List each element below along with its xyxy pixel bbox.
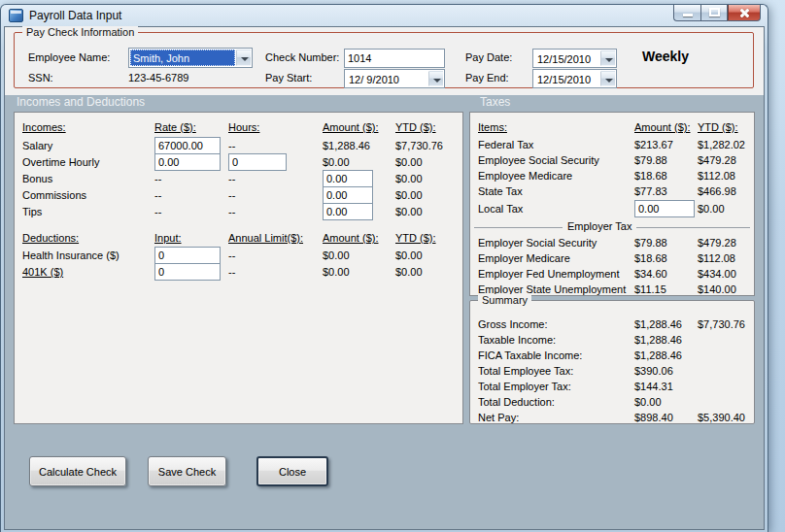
pay-start-picker[interactable]: 12/ 9/2010 [344,69,445,88]
hours-header: Hours: [228,121,259,133]
local-tax-row: Local Tax $0.00 [470,203,754,216]
deductions-header: Deductions: [22,232,79,244]
deductions-ytd-header: YTD ($): [395,232,436,244]
gross-income-amount: $1,288.46 [634,318,682,330]
commissions-row: Commissions -- -- $0.00 [15,189,462,203]
ssn-label: SSN: [28,72,53,83]
local-tax-input[interactable] [634,200,695,217]
employer-medicare-amount: $18.68 [634,252,667,264]
salary-hours: -- [228,140,235,151]
total-employee-tax-row: Total Employee Tax: $390.06 [470,365,754,379]
employer-state-unemployment-ytd: $140.00 [698,283,736,295]
bonus-amount-input[interactable] [323,170,373,187]
amount-header: Amount ($): [323,121,378,133]
tips-amount-input[interactable] [323,203,373,220]
calculate-check-button[interactable]: Calculate Check [29,456,126,486]
fica-taxable-income-label: FICA Taxable Income: [478,349,582,361]
summary-group: Summary Gross Income: $1,288.46 $7,730.7… [469,300,755,424]
employer-ss-label: Employer Social Security [478,237,597,249]
incomes-header-row: Incomes: Rate ($): Hours: Amount ($): YT… [15,121,462,135]
ssn-value: 123-45-6789 [128,72,188,83]
pay-end-picker[interactable]: 12/15/2010 [532,69,617,88]
taxes-header-row: Items: Amount ($): YTD ($): [470,121,754,135]
federal-tax-ytd: $1,282.02 [698,139,745,150]
401k-amount: $0.00 [323,266,350,278]
section-title-taxes: Taxes [480,95,510,109]
taxes-ytd-header: YTD ($): [698,121,738,133]
chevron-down-icon [600,50,615,66]
taxable-income-amount: $1,288.46 [634,334,682,346]
total-employer-tax-label: Total Employer Tax: [478,381,571,392]
commissions-rate: -- [154,189,161,201]
employer-fed-unemployment-label: Employer Fed Unemployment [478,268,620,280]
titlebar[interactable]: Payroll Data Input [1,5,768,26]
input-header: Input: [154,232,182,244]
employee-ss-row: Employee Social Security $79.88 $479.28 [470,154,754,168]
minimize-button[interactable] [673,5,700,21]
overtime-hours-input[interactable] [228,153,287,171]
401k-input[interactable] [154,263,221,281]
window-controls [673,5,761,21]
pay-date-value: 12/15/2010 [534,50,599,66]
section-title-incomes-deductions: Incomes and Deductions [17,95,145,109]
net-pay-row: Net Pay: $898.40 $5,390.40 [470,412,754,425]
pay-date-label: Pay Date: [465,51,512,63]
health-insurance-amount: $0.00 [323,249,350,261]
rate-header: Rate ($): [154,121,196,133]
check-number-input[interactable] [344,49,445,68]
salary-amount: $1,288.46 [323,140,370,151]
salary-ytd: $7,730.76 [395,140,443,151]
taxes-panel: Items: Amount ($): YTD ($): Federal Tax … [469,112,755,296]
minimize-icon [683,14,693,17]
total-employer-tax-row: Total Employer Tax: $144.31 [470,381,754,394]
employee-name-combobox[interactable]: Smith, John [128,48,253,68]
employee-medicare-label: Employee Medicare [478,170,572,182]
net-pay-amount: $898.40 [634,412,673,423]
health-insurance-input[interactable] [154,247,221,264]
overtime-ytd: $0.00 [395,156,423,168]
employee-ss-label: Employee Social Security [478,154,599,166]
commissions-ytd: $0.00 [395,189,423,201]
pay-date-picker[interactable]: 12/15/2010 [532,49,617,68]
employee-medicare-row: Employee Medicare $18.68 $112.08 [470,170,754,183]
net-pay-label: Net Pay: [478,412,519,423]
employee-ss-amount: $79.88 [634,154,667,166]
employer-medicare-label: Employer Medicare [478,252,570,264]
federal-tax-amount: $213.67 [634,139,673,150]
close-window-button[interactable] [728,5,761,21]
employer-ss-ytd: $479.28 [698,237,736,249]
total-deduction-amount: $0.00 [634,396,662,408]
maximize-button[interactable] [700,5,728,21]
save-check-button[interactable]: Save Check [148,456,226,486]
check-number-label: Check Number: [265,51,339,63]
employer-medicare-row: Employer Medicare $18.68 $112.08 [470,252,754,266]
health-insurance-ytd: $0.00 [395,249,423,261]
federal-tax-row: Federal Tax $213.67 $1,282.02 [470,139,754,152]
chevron-down-icon [236,50,251,66]
ytd-header: YTD ($): [395,121,436,133]
federal-tax-label: Federal Tax [478,139,533,150]
health-insurance-row: Health Insurance ($) -- $0.00 $0.00 [15,249,462,263]
deductions-amount-header: Amount ($): [323,232,378,244]
employer-fed-unemployment-amount: $34.60 [634,268,667,280]
fica-taxable-income-amount: $1,288.46 [634,349,682,361]
bonus-row: Bonus -- -- $0.00 [15,173,462,186]
state-tax-amount: $77.83 [634,185,667,197]
salary-label: Salary [22,140,52,151]
taxes-amount-header: Amount ($): [634,121,690,133]
total-employer-tax-amount: $144.31 [634,381,673,392]
close-button[interactable]: Close [256,456,328,486]
deductions-header-row: Deductions: Input: Annual Limit($): Amou… [15,232,462,246]
payroll-window: Payroll Data Input Pay Check Information… [0,4,768,532]
chevron-down-icon [428,71,443,86]
overtime-rate-input[interactable] [154,153,221,171]
commissions-amount-input[interactable] [323,186,373,204]
salary-row: Salary -- $1,288.46 $7,730.76 [15,140,462,153]
401k-ytd: $0.00 [395,266,423,278]
401k-limit: -- [228,266,235,278]
maximize-icon [709,8,720,17]
salary-rate-input[interactable] [154,137,221,154]
tips-row: Tips -- -- $0.00 [15,206,462,219]
total-deduction-label: Total Deduction: [478,396,555,408]
gross-income-row: Gross Income: $1,288.46 $7,730.76 [470,318,754,332]
